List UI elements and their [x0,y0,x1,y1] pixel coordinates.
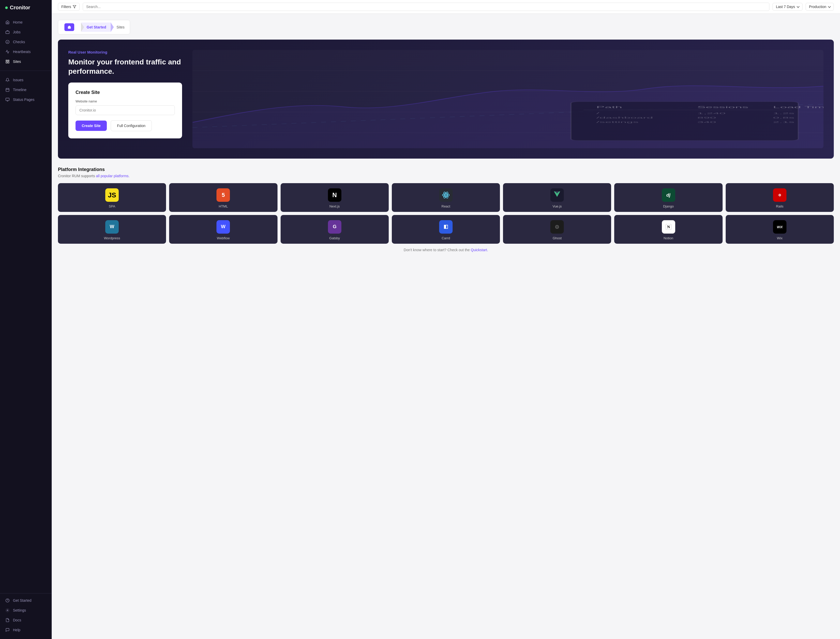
sidebar-item-heartbeats[interactable]: Heartbeats [0,47,51,57]
spa-label: SPA [109,204,115,208]
gatsby-label: Gatsby [329,236,340,240]
nav-main: Home Jobs Checks Heartbeats Sites [0,15,51,68]
environment-dropdown[interactable]: Production [806,3,834,11]
chevron-down-icon [797,5,799,8]
sidebar-item-sites[interactable]: Sites [0,57,51,67]
react-icon [439,188,453,202]
breadcrumb: Get Started Sites [58,20,130,34]
create-site-button[interactable]: Create Site [76,121,107,131]
svg-text:W: W [221,224,226,229]
sidebar-item-timeline[interactable]: Timeline [0,85,51,95]
rails-icon: ⚙ [773,188,786,202]
platform-spa[interactable]: JS SPA [58,183,166,212]
html-icon: 5 [216,188,230,202]
platforms-subtitle: Cronitor RUM supports all popular platfo… [58,174,834,178]
wordpress-label: Wordpress [104,236,120,240]
svg-text:890: 890 [697,116,716,119]
svg-rect-3 [8,60,9,61]
full-configuration-button[interactable]: Full Configuration [111,120,152,131]
breadcrumb-home[interactable] [58,20,81,34]
platform-django[interactable]: dj Django [614,183,722,212]
filter-icon [73,5,76,8]
sidebar-item-home-label: Home [13,20,22,24]
sidebar-item-settings[interactable]: Settings [0,606,51,615]
breadcrumb-get-started-label: Get Started [87,25,106,29]
svg-text:G: G [333,224,337,229]
notion-icon: N [662,220,675,234]
nav-secondary: Issues Timeline Status Pages [0,73,51,106]
wix-label: Wix [777,236,783,240]
svg-rect-0 [6,31,9,33]
home-icon [5,20,10,25]
wordpress-icon: W [105,220,119,234]
settings-icon [5,608,10,613]
gatsby-icon: G [328,220,341,234]
sidebar-item-issues[interactable]: Issues [0,75,51,85]
platform-ghost[interactable]: Ghost [503,215,611,244]
svg-text:W: W [110,224,114,229]
time-range-dropdown[interactable]: Last 7 Days [772,3,802,11]
platform-wordpress[interactable]: W Wordpress [58,215,166,244]
platform-rails[interactable]: ⚙ Rails [726,183,834,212]
platform-react[interactable]: React [392,183,500,212]
chevron-down-icon-2 [828,5,831,8]
sidebar-item-home[interactable]: Home [0,17,51,27]
platform-webflow[interactable]: W Webflow [169,215,277,244]
platform-gatsby[interactable]: G Gatsby [281,215,389,244]
topbar: Filters Last 7 Days Production [52,0,840,14]
search-input[interactable] [83,3,769,11]
vuejs-icon [550,188,564,202]
form-actions: Create Site Full Configuration [76,120,175,131]
website-name-input[interactable] [76,105,175,115]
sidebar-item-status-pages[interactable]: Status Pages [0,95,51,105]
quickstart-footer-text: Don't know where to start? Check out the [404,248,470,252]
svg-rect-5 [8,62,9,63]
ghost-icon [550,220,564,234]
html-label: HTML [219,204,228,208]
platforms-section: Platform Integrations Cronitor RUM suppo… [58,167,834,252]
svg-text:Path: Path [596,106,622,109]
logo-dot [5,6,8,9]
filter-label: Filters [61,5,71,9]
platforms-subtitle-text: Cronitor RUM supports [58,174,95,178]
time-range-label: Last 7 Days [776,5,795,9]
create-site-button-label: Create Site [82,124,101,128]
sidebar-item-docs-label: Docs [13,618,21,622]
webflow-icon: W [216,220,230,234]
platform-nextjs[interactable]: N Next.js [281,183,389,212]
sidebar-item-docs[interactable]: Docs [0,615,51,625]
sidebar-item-jobs[interactable]: Jobs [0,27,51,37]
sidebar: Cronitor Home Jobs Checks Heartbeats [0,0,52,639]
svg-text:/settings: /settings [596,121,639,123]
notion-label: Notion [664,236,673,240]
breadcrumb-sites-label: Sites [116,25,124,29]
sidebar-item-get-started[interactable]: Get Started [0,596,51,606]
svg-text:N: N [667,224,670,229]
platform-wix[interactable]: WiX Wix [726,215,834,244]
platform-carrd[interactable]: ◧ Carrd [392,215,500,244]
breadcrumb-sites[interactable]: Sites [111,22,130,32]
spa-icon: JS [105,188,119,202]
rails-label: Rails [776,204,783,208]
platforms-title: Platform Integrations [58,167,834,172]
sidebar-item-help[interactable]: Help [0,625,51,635]
filter-button[interactable]: Filters [58,3,79,11]
sidebar-item-checks[interactable]: Checks [0,37,51,47]
environment-label: Production [809,5,826,9]
svg-text:1,240: 1,240 [697,112,726,114]
sidebar-item-issues-label: Issues [13,78,23,82]
checks-icon [5,40,10,44]
platform-notion[interactable]: N Notion [614,215,722,244]
platforms-grid-row2: W Wordpress W Webflow G Gatsby [58,215,834,244]
platform-html[interactable]: 5 HTML [169,183,277,212]
sidebar-item-get-started-label: Get Started [13,598,32,602]
platforms-link[interactable]: all popular platforms. [96,174,130,178]
sidebar-item-heartbeats-label: Heartbeats [13,50,30,54]
platform-vuejs[interactable]: Vue.js [503,183,611,212]
svg-point-15 [7,610,8,611]
sidebar-item-timeline-label: Timeline [13,88,26,92]
quickstart-link[interactable]: Quickstart. [471,248,488,252]
sites-icon [5,59,10,64]
breadcrumb-get-started[interactable]: Get Started [81,22,111,32]
issues-icon [5,78,10,82]
